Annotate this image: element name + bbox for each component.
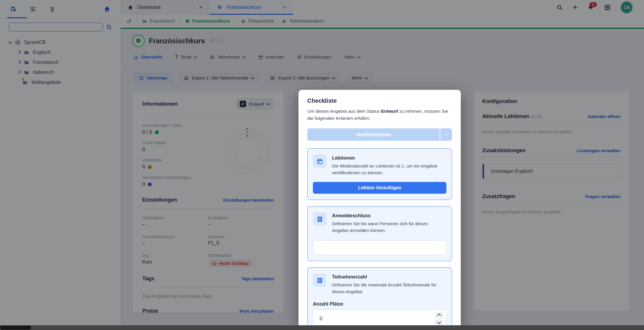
anmeldeschluss-date-input[interactable] [313, 240, 446, 255]
criterion-anmeldeschluss: Anmeldeschluss Definieren Sie bis wann P… [307, 206, 452, 261]
list-icon [313, 273, 326, 287]
horizontal-scrollbar[interactable] [0, 325, 644, 330]
scrollbar-thumb[interactable] [0, 326, 31, 330]
publish-split-button: Veröffentlichen ··· [307, 128, 452, 141]
criterion-title: Teilnehmerzahl [332, 274, 444, 280]
calendar-icon [313, 155, 326, 168]
publish-button[interactable]: Veröffentlichen [307, 128, 440, 141]
criterion-description: Die Mindestanzahl an Lektionen ist 1, um… [332, 163, 444, 176]
publish-more-button[interactable]: ··· [440, 128, 452, 141]
criterion-title: Anmeldeschluss [332, 213, 444, 218]
criterion-description: Definieren Sie die maximale Anzahl Teiln… [332, 282, 444, 295]
criterion-teilnehmerzahl: Teilnehmerzahl Definieren Sie die maxima… [307, 267, 452, 330]
app-root: SprachCB Englisch Französisch Italienisc… [0, 0, 644, 330]
number-stepper [434, 312, 444, 326]
criterion-lektionen: Lektionen Die Mindestanzahl an Lektionen… [307, 148, 452, 200]
stepper-up-button[interactable] [434, 312, 444, 318]
status-name-bold: Entwurf [381, 109, 398, 114]
modal-intro-text: Um dieses Angebot aus dem Status Entwurf… [307, 108, 452, 122]
criterion-description: Definieren Sie bis wann Personen sich fü… [332, 220, 444, 234]
stepper-down-button[interactable] [434, 319, 444, 326]
criterion-title: Lektionen [332, 155, 444, 161]
add-lesson-button[interactable]: Lektion hinzufügen [313, 182, 446, 194]
anzahl-plaetze-label: Anzahl Plätze [313, 301, 446, 307]
modal-title: Checkliste [307, 97, 452, 104]
list-icon [313, 212, 326, 226]
checkliste-modal: Checkliste Um dieses Angebot aus dem Sta… [298, 90, 461, 330]
